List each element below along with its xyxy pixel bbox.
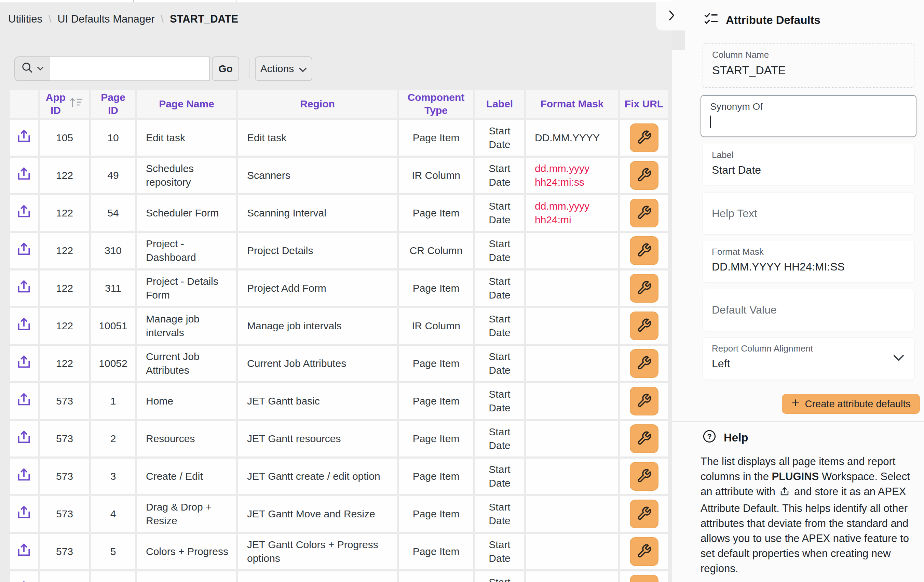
label-field-label: Label xyxy=(712,150,905,160)
table-row: 573 2 Resources JET Gantt resources Page… xyxy=(10,421,668,457)
fix-url-button[interactable] xyxy=(630,575,658,582)
cell-page-name: Resources xyxy=(137,421,236,457)
fix-url-button[interactable] xyxy=(630,274,658,303)
breadcrumb-utilities[interactable]: Utilities xyxy=(8,13,42,25)
table-row: 573 5 Colors + Progress JET Gantt Colors… xyxy=(10,534,668,570)
column-header-component-type[interactable]: Component Type xyxy=(398,89,474,118)
cell-region: Project Add Form xyxy=(238,270,397,306)
default-value-input[interactable]: Default Value xyxy=(703,289,914,331)
select-attribute-button[interactable] xyxy=(16,203,32,221)
breadcrumb-separator: \ xyxy=(48,13,51,25)
wrench-icon xyxy=(637,431,652,447)
wrench-icon xyxy=(637,468,652,484)
select-attribute-button[interactable] xyxy=(16,278,32,296)
wrench-icon xyxy=(637,544,652,560)
fix-url-button[interactable] xyxy=(630,499,658,528)
search-input[interactable] xyxy=(50,56,210,81)
help-text-input[interactable]: Help Text xyxy=(703,192,914,235)
cell-app-id: 122 xyxy=(40,233,89,269)
cell-fix-url xyxy=(620,120,668,156)
column-header-region[interactable]: Region xyxy=(238,89,397,118)
cell-page-id: 10051 xyxy=(91,308,135,344)
select-attribute-button[interactable] xyxy=(16,466,32,484)
synonym-of-input[interactable]: Synonym Of xyxy=(701,95,916,137)
select-attribute-button[interactable] xyxy=(16,165,32,183)
format-mask-value: DD.MM.YYYY HH24:MI:SS xyxy=(712,261,905,273)
column-header-page-name[interactable]: Page Name xyxy=(137,89,236,118)
cell-label: Start Date xyxy=(475,421,524,457)
collapse-panel-button[interactable] xyxy=(656,2,688,30)
cell-fix-url xyxy=(620,233,668,269)
fix-url-button[interactable] xyxy=(630,349,658,378)
cell-page-id: 5 xyxy=(91,534,135,570)
fix-url-button[interactable] xyxy=(630,424,658,453)
cell-page-name: Manage job intervals xyxy=(137,308,236,344)
column-header-label[interactable]: Label xyxy=(475,89,524,118)
go-button[interactable]: Go xyxy=(212,56,239,81)
cell-region: JET Gantt basic xyxy=(238,383,397,419)
cell-fix-url xyxy=(620,270,668,306)
select-attribute-button[interactable] xyxy=(16,391,32,408)
cell-format-mask: dd.mm.yyyy hh24:mi:ss xyxy=(526,157,619,193)
cell-app-id: 122 xyxy=(40,157,89,193)
column-header-fix-url[interactable]: Fix URL xyxy=(620,89,668,118)
actions-button[interactable]: Actions xyxy=(255,56,312,81)
upload-icon xyxy=(16,429,32,446)
search-options-button[interactable] xyxy=(14,56,51,81)
cell-format-mask: dd.mm.yyyy hh24:mi xyxy=(526,195,619,231)
cell-fix-url xyxy=(620,534,668,570)
cell-page-name: Home xyxy=(137,383,236,419)
cell-component-type: Page Item xyxy=(398,496,474,532)
fix-url-button[interactable] xyxy=(630,161,658,190)
checklist-icon xyxy=(704,12,718,29)
cell-region: Current Job Attributes xyxy=(238,346,397,382)
wrench-icon xyxy=(637,393,652,409)
cell-format-mask xyxy=(526,383,619,419)
cell-select xyxy=(10,195,38,231)
report-column-alignment-select[interactable]: Report Column Alignment Left xyxy=(703,337,914,380)
format-mask-input[interactable]: Format Mask DD.MM.YYYY HH24:MI:SS xyxy=(703,241,914,283)
fix-url-button[interactable] xyxy=(630,236,658,265)
select-attribute-button[interactable] xyxy=(16,128,32,146)
select-attribute-button[interactable] xyxy=(16,579,32,582)
select-attribute-button[interactable] xyxy=(16,504,32,521)
fix-url-button[interactable] xyxy=(630,199,658,227)
help-bold-plugins: PLUGINS xyxy=(772,471,819,483)
select-attribute-button[interactable] xyxy=(16,429,32,446)
cell-select xyxy=(10,383,38,419)
label-input[interactable]: Label Start Date xyxy=(703,144,914,185)
create-attribute-defaults-button[interactable]: Create attribute defaults xyxy=(782,394,920,414)
fix-url-button[interactable] xyxy=(630,387,658,415)
help-circle-icon: ? xyxy=(703,430,716,446)
cell-select xyxy=(10,308,38,344)
cell-label: Start Date xyxy=(475,383,524,419)
fix-url-button[interactable] xyxy=(630,124,658,152)
cell-select xyxy=(10,496,38,532)
cell-select xyxy=(10,120,38,156)
default-value-placeholder: Default Value xyxy=(712,304,777,316)
cell-label: Start Date xyxy=(475,308,524,344)
cell-page-id: 49 xyxy=(91,157,135,193)
breadcrumb-ui-defaults-manager[interactable]: UI Defaults Manager xyxy=(58,13,155,25)
fix-url-button[interactable] xyxy=(630,462,658,491)
select-attribute-button[interactable] xyxy=(16,241,32,258)
fix-url-button[interactable] xyxy=(630,537,658,566)
wrench-icon xyxy=(637,318,652,334)
select-attribute-button[interactable] xyxy=(16,316,32,333)
cell-select xyxy=(10,421,38,457)
wrench-icon xyxy=(637,167,652,184)
select-attribute-button[interactable] xyxy=(16,354,32,371)
column-header-format-mask[interactable]: Format Mask xyxy=(526,89,619,118)
fix-url-button[interactable] xyxy=(630,311,658,340)
wrench-icon xyxy=(637,506,652,522)
cell-fix-url xyxy=(620,421,668,457)
cell-app-id: 573 xyxy=(40,534,89,570)
cell-format-mask xyxy=(526,233,619,269)
select-attribute-button[interactable] xyxy=(16,542,32,559)
cell-format-mask xyxy=(526,496,619,532)
column-header-app-id[interactable]: App ID xyxy=(40,89,89,118)
cell-page-id xyxy=(91,571,135,582)
cell-page-name: Create / Edit xyxy=(137,458,236,494)
cell-fix-url xyxy=(620,383,668,419)
column-header-page-id[interactable]: Page ID xyxy=(91,89,135,118)
